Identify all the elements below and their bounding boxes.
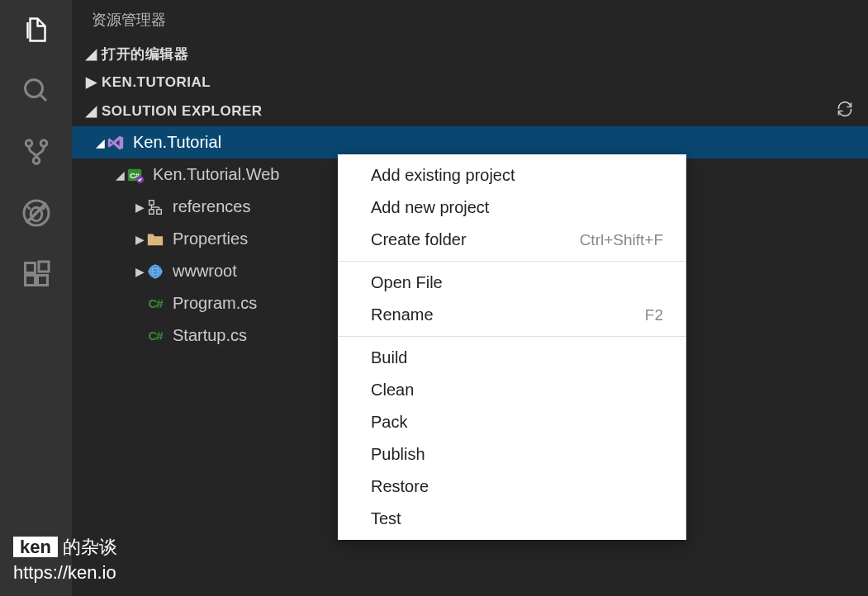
program-cs-label: Program.cs (173, 294, 257, 313)
menu-add-new-project[interactable]: Add new project (338, 192, 686, 224)
search-icon[interactable] (21, 76, 51, 106)
activity-bar (0, 0, 72, 596)
svg-line-7 (27, 207, 30, 210)
properties-label: Properties (173, 229, 248, 248)
menu-label: Add existing project (371, 166, 515, 185)
svg-point-2 (26, 140, 32, 147)
menu-create-folder[interactable]: Create folder Ctrl+Shift+F (338, 224, 686, 256)
menu-label: Test (371, 509, 401, 528)
solution-explorer-label: SOLUTION EXPLORER (102, 103, 837, 120)
svg-rect-18 (149, 209, 154, 214)
chevron-right-icon: ▶ (133, 201, 146, 214)
context-menu: Add existing project Add new project Cre… (338, 154, 686, 540)
svg-rect-11 (25, 276, 35, 286)
chevron-right-icon: ▶ (133, 265, 146, 278)
menu-test[interactable]: Test (338, 503, 686, 535)
menu-label: Clean (371, 381, 414, 400)
menu-build[interactable]: Build (338, 342, 686, 374)
svg-rect-19 (157, 209, 162, 214)
references-icon (146, 198, 164, 216)
section-project-root[interactable]: ▶ KEN.TUTORIAL (72, 69, 868, 96)
menu-separator (338, 261, 686, 262)
chevron-down-icon: ◢ (83, 45, 98, 63)
extensions-icon[interactable] (21, 259, 51, 289)
chevron-down-icon: ◢ (83, 102, 98, 120)
csharp-file-icon: C# (146, 295, 164, 313)
svg-rect-12 (37, 276, 47, 286)
visual-studio-icon (107, 134, 125, 152)
menu-restore[interactable]: Restore (338, 471, 686, 503)
watermark-name: ken (13, 537, 58, 557)
project-label: Ken.Tutorial.Web (153, 165, 279, 184)
startup-cs-label: Startup.cs (173, 326, 247, 345)
csharp-file-icon: C# (146, 327, 164, 345)
menu-label: Open File (371, 273, 443, 292)
menu-separator (338, 336, 686, 337)
watermark: ken 的杂谈 https://ken.io (13, 535, 117, 586)
svg-line-1 (40, 95, 46, 102)
explorer-icon[interactable] (21, 15, 51, 45)
section-open-editors[interactable]: ◢ 打开的编辑器 (72, 40, 868, 69)
menu-label: Add new project (371, 198, 489, 217)
refresh-icon[interactable] (837, 101, 853, 121)
menu-label: Pack (371, 413, 407, 432)
watermark-tagline: 的杂谈 (63, 537, 117, 557)
wwwroot-label: wwwroot (173, 262, 237, 281)
menu-open-file[interactable]: Open File (338, 267, 686, 299)
sidebar-title: 资源管理器 (72, 0, 868, 40)
chevron-right-icon: ▶ (83, 73, 98, 91)
svg-rect-13 (39, 262, 49, 272)
globe-folder-icon (146, 263, 164, 281)
project-root-label: KEN.TUTORIAL (102, 74, 860, 91)
csproj-icon: C# (126, 166, 145, 184)
debug-icon[interactable] (21, 198, 51, 228)
menu-label: Build (371, 348, 407, 367)
watermark-url: https://ken.io (13, 561, 117, 586)
svg-point-4 (33, 158, 40, 164)
menu-pack[interactable]: Pack (338, 406, 686, 438)
source-control-icon[interactable] (21, 137, 51, 167)
menu-add-existing-project[interactable]: Add existing project (338, 159, 686, 192)
menu-shortcut: Ctrl+Shift+F (580, 231, 663, 249)
menu-rename[interactable]: Rename F2 (338, 299, 686, 331)
svg-rect-17 (149, 200, 154, 205)
menu-label: Publish (371, 445, 425, 464)
menu-label: Rename (371, 305, 434, 324)
menu-shortcut: F2 (645, 306, 663, 324)
folder-icon (146, 230, 164, 248)
section-solution-explorer[interactable]: ◢ SOLUTION EXPLORER (72, 96, 868, 126)
svg-point-3 (40, 140, 47, 147)
svg-rect-10 (25, 263, 35, 273)
menu-publish[interactable]: Publish (338, 438, 686, 471)
menu-label: Restore (371, 477, 429, 496)
svg-point-0 (25, 80, 42, 97)
chevron-down-icon: ◢ (113, 168, 126, 182)
solution-label: Ken.Tutorial (133, 133, 221, 152)
chevron-right-icon: ▶ (133, 233, 146, 246)
open-editors-label: 打开的编辑器 (102, 45, 860, 64)
menu-clean[interactable]: Clean (338, 374, 686, 406)
chevron-down-icon: ◢ (93, 136, 107, 149)
references-label: references (173, 197, 251, 216)
menu-label: Create folder (371, 230, 467, 249)
